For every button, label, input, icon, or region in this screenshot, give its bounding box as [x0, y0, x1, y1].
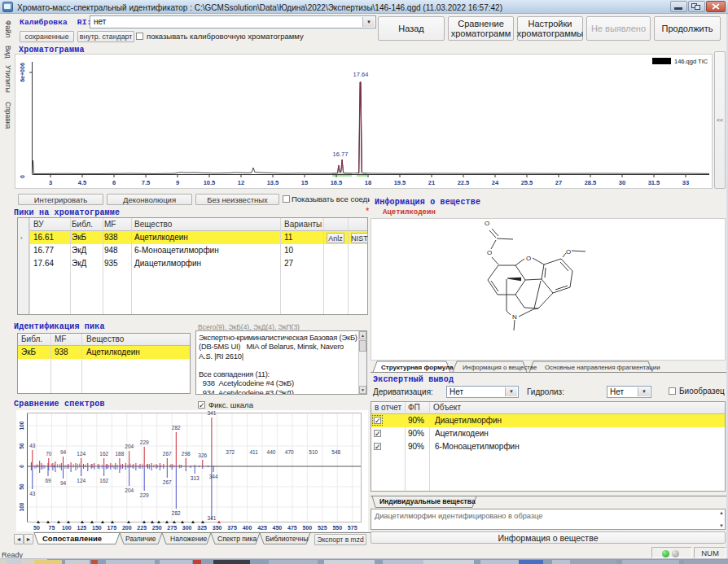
svg-text:450: 450 — [273, 525, 283, 531]
svg-text:30: 30 — [619, 179, 625, 186]
svg-text:Спектр пика: Спектр пика — [217, 535, 257, 543]
svg-text:Библиотечны: Библиотечны — [265, 535, 309, 543]
svg-text:350: 350 — [213, 525, 222, 531]
svg-text:326: 326 — [198, 453, 207, 458]
svg-text:100: 100 — [19, 502, 24, 511]
svg-text:75: 75 — [49, 525, 55, 531]
svg-text:19.5: 19.5 — [394, 179, 406, 186]
svg-text:125: 125 — [77, 525, 87, 531]
svg-text:27: 27 — [555, 179, 562, 186]
svg-text:O: O — [487, 249, 492, 256]
svg-text:313: 313 — [191, 475, 200, 481]
svg-text:204: 204 — [125, 444, 134, 449]
svg-text:425: 425 — [257, 525, 267, 531]
svg-text:341: 341 — [207, 410, 216, 416]
svg-text:Наложение: Наложение — [170, 535, 207, 543]
svg-text:70: 70 — [46, 451, 52, 457]
svg-text:0: 0 — [20, 175, 25, 178]
svg-text:100: 100 — [19, 421, 24, 430]
svg-text:6e+006: 6e+006 — [20, 63, 25, 82]
svg-text:28.5: 28.5 — [585, 179, 597, 186]
svg-text:17.64: 17.64 — [353, 71, 369, 78]
svg-text:94: 94 — [60, 480, 67, 486]
svg-text:124: 124 — [77, 451, 86, 457]
svg-text:525: 525 — [318, 525, 327, 531]
svg-text:372: 372 — [226, 449, 235, 455]
svg-text:200: 200 — [122, 525, 132, 531]
svg-text:162: 162 — [99, 478, 108, 483]
svg-text:282: 282 — [172, 425, 181, 431]
svg-text:100: 100 — [62, 525, 72, 531]
svg-text:225: 225 — [137, 525, 147, 531]
svg-text:275: 275 — [167, 525, 177, 531]
svg-text:282: 282 — [172, 510, 181, 516]
svg-text:400: 400 — [243, 525, 252, 531]
svg-text:Индивидуальные вещества: Индивидуальные вещества — [379, 497, 476, 505]
svg-text:124: 124 — [77, 478, 86, 483]
svg-text:475: 475 — [287, 525, 297, 531]
svg-text:267: 267 — [163, 479, 172, 485]
svg-text:229: 229 — [140, 439, 149, 445]
svg-text:440: 440 — [267, 449, 276, 455]
svg-text:575: 575 — [348, 525, 357, 531]
svg-text:146.qgd TIC: 146.qgd TIC — [674, 58, 708, 65]
svg-text:3: 3 — [49, 179, 52, 186]
svg-text:43: 43 — [29, 443, 36, 448]
svg-text:548: 548 — [331, 449, 340, 455]
svg-text:4.5: 4.5 — [78, 179, 86, 186]
svg-text:18: 18 — [365, 179, 371, 186]
svg-text:411: 411 — [249, 449, 258, 455]
svg-text:550: 550 — [332, 525, 342, 531]
svg-text:7.5: 7.5 — [142, 179, 150, 186]
svg-text:O: O — [526, 255, 531, 262]
svg-text:162: 162 — [99, 451, 108, 457]
svg-text:Различие: Различие — [125, 535, 156, 543]
svg-text:175: 175 — [107, 525, 116, 531]
svg-text:25.5: 25.5 — [521, 179, 533, 186]
svg-text:Информация о веществе: Информация о веществе — [463, 364, 537, 371]
svg-text:24: 24 — [492, 179, 499, 186]
svg-text:50: 50 — [19, 483, 24, 490]
svg-text:188: 188 — [115, 451, 124, 457]
svg-text:298: 298 — [182, 451, 191, 457]
svg-text:Основные направления фрагмента: Основные направления фрагментации — [545, 364, 660, 371]
svg-text:Структурная формула: Структурная формула — [381, 364, 454, 371]
svg-text:22.5: 22.5 — [458, 179, 470, 186]
svg-text:16.5: 16.5 — [331, 179, 343, 186]
svg-text:6: 6 — [112, 179, 116, 186]
svg-text:94: 94 — [60, 449, 67, 455]
svg-text:16.77: 16.77 — [333, 151, 349, 158]
svg-text:31.5: 31.5 — [648, 179, 660, 186]
svg-text:50: 50 — [19, 443, 24, 449]
svg-text:9: 9 — [176, 179, 179, 186]
svg-text:O: O — [485, 220, 489, 227]
svg-text:N: N — [512, 313, 517, 321]
svg-text:21: 21 — [428, 179, 435, 186]
svg-text:300: 300 — [182, 525, 192, 531]
svg-text:Сопоставление: Сопоставление — [42, 534, 102, 543]
svg-text:50: 50 — [33, 525, 40, 531]
svg-text:43: 43 — [29, 491, 36, 496]
svg-text:325: 325 — [197, 525, 207, 531]
svg-text:250: 250 — [152, 525, 162, 531]
svg-text:470: 470 — [285, 449, 294, 455]
svg-text:10.5: 10.5 — [204, 179, 216, 186]
svg-text:341: 341 — [207, 515, 216, 521]
svg-text:500: 500 — [303, 525, 313, 531]
svg-text:15: 15 — [301, 179, 308, 186]
svg-text:O: O — [566, 248, 571, 256]
svg-text:510: 510 — [309, 449, 318, 455]
svg-text:12: 12 — [238, 179, 244, 186]
svg-text:150: 150 — [92, 525, 102, 531]
svg-text:229: 229 — [140, 492, 149, 498]
svg-text:204: 204 — [125, 487, 134, 493]
svg-text:344: 344 — [209, 474, 218, 479]
svg-text:267: 267 — [163, 451, 172, 457]
svg-text:0: 0 — [19, 465, 24, 468]
svg-text:13.5: 13.5 — [267, 179, 279, 186]
svg-text:375: 375 — [227, 525, 237, 531]
svg-text:69: 69 — [45, 478, 51, 483]
svg-text:33: 33 — [682, 179, 689, 186]
